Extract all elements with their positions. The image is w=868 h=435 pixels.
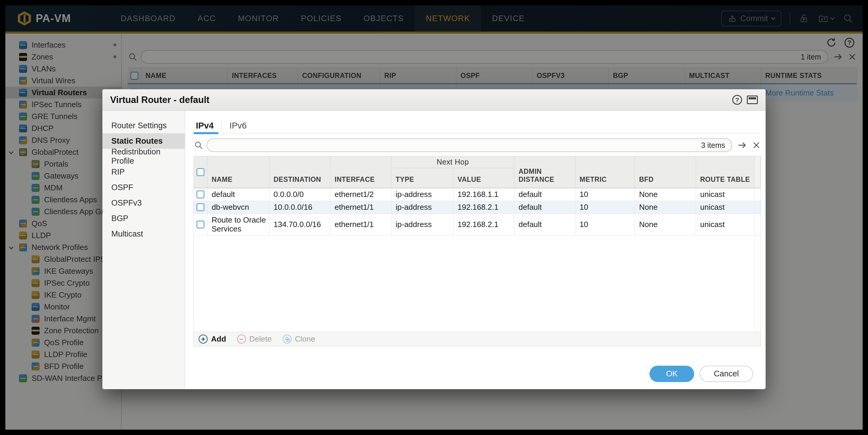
clone-icon <box>282 334 292 344</box>
cell-admin-distance: default <box>515 188 576 201</box>
column-header-name[interactable]: NAME <box>208 156 269 188</box>
column-header-metric[interactable]: METRIC <box>576 156 635 188</box>
dialog-header-icons: ? <box>732 95 758 105</box>
table-rows: default0.0.0.0/0ethernet1/2ip-address192… <box>194 188 761 236</box>
dialog-nav-multicast[interactable]: Multicast <box>102 226 185 242</box>
cell-bfd: None <box>635 201 696 214</box>
column-header-destination[interactable]: DESTINATION <box>269 156 331 188</box>
app-screen: PA-VM DASHBOARDACCMONITORPOLICIESOBJECTS… <box>5 5 863 430</box>
checkbox-unchecked[interactable] <box>196 168 205 176</box>
header-scroll-strip <box>754 156 761 188</box>
column-header-bfd[interactable]: BFD <box>635 156 696 188</box>
toolbar-button-label: Clone <box>295 334 315 344</box>
cell-metric: 10 <box>576 188 635 201</box>
row-scroll-strip <box>754 214 761 236</box>
cell-route-table: unicast <box>696 214 754 236</box>
cell-bfd: None <box>635 214 696 236</box>
cell-value: 192.168.2.1 <box>453 214 515 236</box>
dialog-nav-ospfv3[interactable]: OSPFv3 <box>102 195 185 211</box>
cell-value: 192.168.2.1 <box>453 201 515 214</box>
cell-type: ip-address <box>392 201 453 214</box>
virtual-router-dialog: Virtual Router - default ? Router Settin… <box>102 89 766 389</box>
cell-type: ip-address <box>392 214 453 236</box>
dialog-main: IPv4 IPv6 3 items <box>185 111 766 389</box>
cell-value: 192.168.1.1 <box>453 188 515 201</box>
checkbox-unchecked[interactable] <box>196 221 205 229</box>
cell-type: ip-address <box>392 188 453 201</box>
row-checkbox-cell <box>194 214 208 236</box>
table-row[interactable]: db-webvcn10.0.0.0/16ethernet1/1ip-addres… <box>194 201 761 214</box>
cell-route-table: unicast <box>696 201 754 214</box>
dialog-title: Virtual Router - default <box>110 95 210 105</box>
clone-button[interactable]: Clone <box>282 334 315 344</box>
row-scroll-strip <box>754 201 761 214</box>
dialog-nav-ospf[interactable]: OSPF <box>102 180 185 195</box>
ip-version-tabs: IPv4 IPv6 <box>193 119 761 133</box>
clear-filter-icon[interactable] <box>752 141 761 150</box>
items-count: 3 items <box>701 141 725 150</box>
dialog-footer: OK Cancel <box>650 366 753 382</box>
cell-name: Route to Oracle Services <box>208 214 269 236</box>
table-header: Next HopNAMEDESTINATIONINTERFACETYPEVALU… <box>194 156 761 188</box>
column-header-type[interactable]: TYPE <box>392 168 453 188</box>
add-icon: + <box>198 334 208 344</box>
cell-bfd: None <box>635 188 696 201</box>
dialog-body: Router SettingsStatic RoutesRedistributi… <box>102 111 766 389</box>
toolbar-button-label: Delete <box>249 334 272 344</box>
dialog-nav: Router SettingsStatic RoutesRedistributi… <box>102 111 185 389</box>
column-header-route-table[interactable]: ROUTE TABLE <box>696 156 754 188</box>
dialog-nav-redistribution-profile[interactable]: Redistribution Profile <box>102 149 185 164</box>
routes-search-row: 3 items <box>193 138 761 152</box>
cell-interface: ethernet1/2 <box>331 188 392 201</box>
tab-ipv6[interactable]: IPv6 <box>222 119 254 133</box>
cancel-button[interactable]: Cancel <box>700 366 753 382</box>
cell-interface: ethernet1/1 <box>331 214 392 236</box>
cell-admin-distance: default <box>515 201 576 214</box>
select-all-checkbox-cell <box>194 156 208 188</box>
cell-destination: 134.70.0.0/16 <box>269 214 331 236</box>
search-input[interactable]: 3 items <box>207 138 732 152</box>
cell-route-table: unicast <box>696 188 754 201</box>
delete-button[interactable]: −Delete <box>237 334 272 344</box>
column-header-interface[interactable]: INTERFACE <box>331 156 392 188</box>
dialog-nav-bgp[interactable]: BGP <box>102 211 185 226</box>
dialog-header: Virtual Router - default ? <box>102 89 766 111</box>
row-checkbox-cell <box>194 201 208 214</box>
table-toolbar: +Add−DeleteClone <box>194 332 761 346</box>
row-checkbox-cell <box>194 188 208 201</box>
static-routes-table: Next HopNAMEDESTINATIONINTERFACETYPEVALU… <box>193 156 761 346</box>
cell-name: db-webvcn <box>208 201 269 214</box>
table-empty-area <box>194 236 761 332</box>
cell-admin-distance: default <box>515 214 576 236</box>
cell-metric: 10 <box>576 214 635 236</box>
tab-ipv4[interactable]: IPv4 <box>193 119 221 133</box>
search-icon <box>193 140 204 150</box>
table-row[interactable]: Route to Oracle Services134.70.0.0/16eth… <box>194 214 761 236</box>
checkbox-unchecked[interactable] <box>196 191 205 198</box>
dialog-help-icon[interactable]: ? <box>732 95 742 105</box>
table-row[interactable]: default0.0.0.0/0ethernet1/2ip-address192… <box>194 188 761 201</box>
dialog-window-icon[interactable] <box>747 96 758 104</box>
column-header-value[interactable]: VALUE <box>453 168 515 188</box>
row-scroll-strip <box>754 188 761 201</box>
column-header-admin-distance[interactable]: ADMIN DISTANCE <box>515 156 576 188</box>
cell-interface: ethernet1/1 <box>331 201 392 214</box>
toolbar-button-label: Add <box>211 334 226 344</box>
add-button[interactable]: +Add <box>198 334 226 344</box>
cell-metric: 10 <box>576 201 635 214</box>
checkbox-unchecked[interactable] <box>196 203 205 211</box>
dialog-nav-static-routes[interactable]: Static Routes <box>102 133 185 149</box>
dialog-nav-rip[interactable]: RIP <box>102 164 185 180</box>
column-group-next-hop: Next Hop <box>392 156 515 168</box>
apply-filter-arrow-icon[interactable] <box>737 140 747 150</box>
delete-icon: − <box>237 334 246 344</box>
ok-button[interactable]: OK <box>650 366 694 382</box>
cell-name: default <box>208 188 269 201</box>
cell-destination: 0.0.0.0/0 <box>269 188 331 201</box>
cell-destination: 10.0.0.0/16 <box>269 201 331 214</box>
dialog-nav-router-settings[interactable]: Router Settings <box>102 118 185 133</box>
